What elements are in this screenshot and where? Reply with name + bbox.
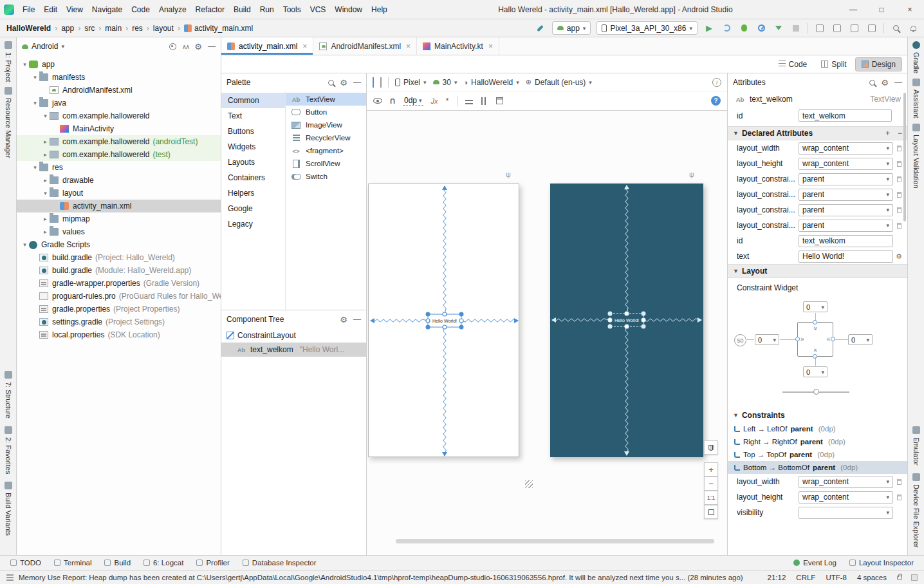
search-icon[interactable]	[869, 80, 875, 86]
margin-bottom-combo[interactable]: 0▾	[803, 366, 827, 377]
attribute-value-layout-width[interactable]: wrap_content▾	[799, 142, 893, 155]
blueprint-toggle-icon[interactable]	[380, 78, 382, 87]
indent-indicator[interactable]: 4 spaces	[857, 574, 887, 581]
build-hammer-icon[interactable]	[535, 23, 546, 34]
attribute-value-layout-width[interactable]: wrap_content▾	[799, 476, 893, 488]
menu-tools[interactable]: Tools	[279, 0, 306, 19]
palette-item-switch[interactable]: Switch	[286, 170, 366, 183]
flag-icon[interactable]	[897, 146, 901, 151]
dropdown-caret-icon[interactable]: ▾	[886, 191, 889, 198]
minimize-button[interactable]: —	[839, 0, 867, 19]
constraint-item-bottom-bottomof[interactable]: Bottom → BottomOf parent (0dp)	[728, 461, 907, 474]
maximize-button[interactable]: □	[867, 0, 896, 19]
project-tree-item-gradle-scripts[interactable]: ▾Gradle Scripts	[17, 238, 221, 251]
help-icon[interactable]: ?	[711, 96, 721, 106]
palette-item-button[interactable]: Button	[286, 106, 366, 118]
sdk-manager-icon[interactable]	[866, 23, 878, 34]
horizontal-scrollbar[interactable]	[396, 539, 714, 543]
expand-icon[interactable]: ▾	[31, 74, 39, 80]
run-config-selector[interactable]: app ▾	[552, 21, 591, 35]
dropdown-caret-icon[interactable]: ▾	[886, 222, 889, 229]
line-ending-indicator[interactable]: CRLF	[796, 574, 815, 581]
resize-handle[interactable]	[525, 480, 533, 488]
breadcrumb-item-activity-main-xml[interactable]: activity_main.xml	[183, 24, 254, 33]
breadcrumb-item-hallowereld[interactable]: HalloWereld	[5, 24, 52, 33]
attribute-value-layout-constrai[interactable]: parent▾	[799, 173, 893, 185]
project-tree-item-com-example-hallowereld-androidtest[interactable]: ▸com.example.hallowereld(androidTest)	[17, 135, 221, 148]
breadcrumb-item-src[interactable]: src	[83, 24, 96, 33]
breadcrumb-item-layout[interactable]: layout	[152, 24, 175, 33]
hide-panel-icon[interactable]: —	[353, 78, 361, 87]
project-tree-item-mipmap[interactable]: ▸mipmap	[17, 212, 221, 225]
palette-item-fragment[interactable]: <><fragment>	[286, 144, 366, 157]
status-message[interactable]: Memory Use Report: Heap dump has been cr…	[19, 574, 747, 581]
palette-item-imageview[interactable]: ImageView	[286, 118, 366, 131]
code-mode-button[interactable]: Code	[773, 58, 813, 71]
info-icon[interactable]: i	[712, 78, 721, 87]
flag-icon[interactable]	[897, 207, 901, 213]
project-tree-item-gradle-wrapper-properties-gradle-version[interactable]: gradle-wrapper.properties(Gradle Version…	[17, 277, 221, 290]
project-tree-item-java[interactable]: ▾java	[17, 97, 221, 109]
gear-icon[interactable]: ⚙	[194, 42, 202, 51]
hide-panel-icon[interactable]: —	[894, 78, 902, 87]
tool-window-button-gradle[interactable]: Gradle	[912, 41, 920, 73]
constraints-section-header[interactable]: ▼ Constraints	[728, 408, 907, 422]
debug-button[interactable]	[738, 23, 750, 34]
autoconnect-icon[interactable]: U	[390, 97, 395, 105]
palette-item-scrollview[interactable]: ScrollView	[286, 157, 366, 170]
attach-debugger-icon[interactable]	[773, 23, 784, 34]
zoom-fit-button[interactable]	[704, 505, 718, 519]
project-tree-item-local-properties-sdk-location[interactable]: local.properties(SDK Location)	[17, 328, 221, 341]
menu-refactor[interactable]: Refactor	[191, 0, 229, 19]
tool-window-button-device-file-explorer[interactable]: Device File Explorer	[912, 473, 920, 547]
zoom-reset-button[interactable]: 1:1	[704, 491, 718, 505]
component-tree-item-text-welkom[interactable]: Abtext_welkom"Hello Worl...	[221, 343, 366, 357]
attribute-value-layout-constrai[interactable]: parent▾	[799, 189, 893, 201]
design-mode-button[interactable]: Design	[855, 57, 902, 71]
palette-category-google[interactable]: Google	[221, 201, 285, 216]
tool-button-6-logcat[interactable]: 6: Logcat	[137, 556, 190, 570]
tool-window-button-resource-manager[interactable]: Resource Manager	[5, 87, 12, 158]
layout-inspector-icon[interactable]	[831, 23, 843, 34]
tool-window-button-1-project[interactable]: 1: Project	[5, 41, 12, 82]
project-tree-item-res[interactable]: ▾res	[17, 161, 221, 174]
dropdown-caret-icon[interactable]: ▾	[886, 160, 889, 167]
default-margin-selector[interactable]: 0dp ▾	[403, 96, 423, 106]
project-tree-item-proguard-rules-pro-proguard-rules-for-hallo-wer[interactable]: proguard-rules.pro(ProGuard Rules for Ha…	[17, 290, 221, 303]
breadcrumb-item-main[interactable]: main	[104, 24, 123, 33]
expand-icon[interactable]: ▾	[31, 164, 39, 171]
close-tab-icon[interactable]: ×	[302, 42, 307, 51]
palette-item-recyclerview[interactable]: RecyclerView	[286, 131, 366, 144]
menu-file[interactable]: File	[18, 0, 39, 19]
menu-view[interactable]: View	[62, 0, 88, 19]
project-tree-item-com-example-hallowereld[interactable]: ▾com.example.hallowereld	[17, 109, 221, 122]
constraint-item-top-topof[interactable]: Top → TopOf parent (0dp)	[728, 448, 907, 461]
attribute-value-layout-height[interactable]: wrap_content▾	[799, 158, 893, 170]
close-tab-icon[interactable]: ×	[488, 42, 493, 51]
menu-edit[interactable]: Edit	[39, 0, 62, 19]
avd-manager-icon[interactable]	[849, 23, 860, 34]
hide-panel-icon[interactable]: —	[353, 315, 361, 324]
top-anchor[interactable]	[813, 320, 817, 325]
constraint-item-left-leftof[interactable]: Left → LeftOf parent (0dp)	[728, 422, 907, 435]
apply-changes-icon[interactable]	[721, 23, 732, 34]
run-button[interactable]: ▶	[703, 23, 715, 34]
collapse-all-icon[interactable]: ∧∧	[182, 43, 189, 50]
expand-icon[interactable]: ▸	[41, 229, 50, 235]
attribute-value-layout-height[interactable]: wrap_content▾	[799, 491, 893, 504]
align-icon[interactable]	[481, 97, 488, 105]
menu-vcs[interactable]: VCS	[306, 0, 331, 19]
dropdown-caret-icon[interactable]: ▾	[886, 145, 889, 151]
constraint-widget[interactable]: 0▾ 50 0▾ »«»«	[728, 294, 907, 408]
wrench-icon[interactable]: ⚙	[896, 252, 902, 261]
pan-button[interactable]	[704, 440, 718, 455]
gear-icon[interactable]: ⚙	[881, 79, 889, 87]
flag-icon[interactable]	[897, 223, 901, 229]
palette-category-helpers[interactable]: Helpers	[221, 185, 285, 201]
tool-button-profiler[interactable]: Profiler	[190, 556, 236, 570]
project-tree-item-app[interactable]: ▾app	[17, 58, 221, 71]
breadcrumb-item-res[interactable]: res	[131, 24, 144, 33]
search-icon[interactable]	[328, 80, 334, 86]
editor-tab-androidmanifest-xml[interactable]: AndroidManifest.xml×	[313, 37, 417, 55]
guidelines-icon[interactable]	[465, 98, 473, 104]
